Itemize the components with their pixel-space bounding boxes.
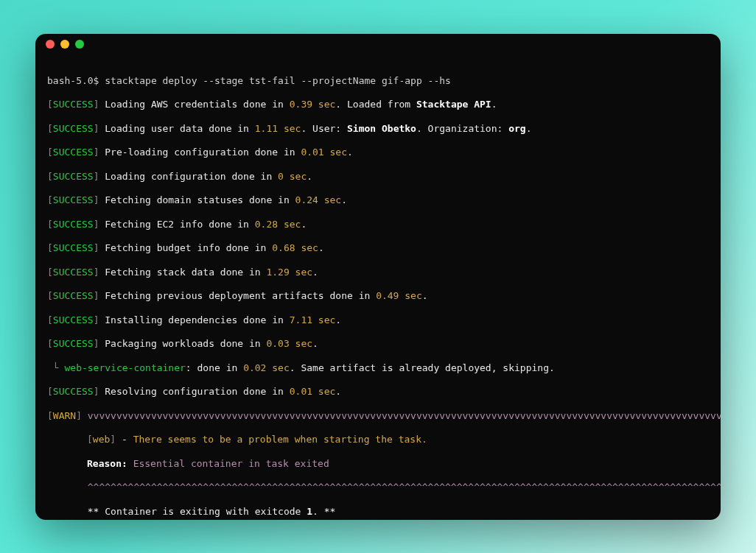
prompt: bash-5.0$ <box>47 75 105 86</box>
status-success: SUCCESS <box>53 219 94 230</box>
log-line: [SUCCESS] Resolving configuration done i… <box>47 386 709 398</box>
command: stacktape deploy --stage tst-fail --proj… <box>105 75 451 86</box>
status-success: SUCCESS <box>53 267 94 278</box>
log-line: [SUCCESS] Fetching budget info done in 0… <box>47 242 709 254</box>
status-success: SUCCESS <box>53 171 94 182</box>
log-line: [SUCCESS] Loading configuration done in … <box>47 171 709 183</box>
status-warn: WARN <box>53 410 76 421</box>
exit-line: ** Container is exiting with exitcode 1.… <box>47 506 709 518</box>
sub-line: └ web-service-container: done in 0.02 se… <box>47 362 709 374</box>
warn-line: [WARN] vvvvvvvvvvvvvvvvvvvvvvvvvvvvvvvvv… <box>47 410 709 422</box>
terminal-window: bash-5.0$ stacktape deploy --stage tst-f… <box>35 34 721 520</box>
status-success: SUCCESS <box>53 338 94 349</box>
log-line: [SUCCESS] Pre-loading configuration done… <box>47 147 709 158</box>
status-success: SUCCESS <box>53 147 94 158</box>
maximize-icon[interactable] <box>75 40 84 49</box>
status-success: SUCCESS <box>53 99 94 110</box>
prompt-line: bash-5.0$ stacktape deploy --stage tst-f… <box>47 75 709 87</box>
terminal-content: bash-5.0$ stacktape deploy --stage tst-f… <box>35 54 721 520</box>
log-line: [SUCCESS] Loading user data done in 1.11… <box>47 123 709 135</box>
status-success: SUCCESS <box>53 386 94 397</box>
titlebar <box>35 34 721 54</box>
status-success: SUCCESS <box>53 242 94 253</box>
warn-msg-line: [web] - There seems to be a problem when… <box>47 434 709 445</box>
log-line: [SUCCESS] Loading AWS credentials done i… <box>47 99 709 110</box>
warn-end-line: ^^^^^^^^^^^^^^^^^^^^^^^^^^^^^^^^^^^^^^^^… <box>47 482 709 493</box>
log-line: [SUCCESS] Packaging workloads done in 0.… <box>47 338 709 350</box>
log-line: [SUCCESS] Fetching previous deployment a… <box>47 290 709 302</box>
log-line: [SUCCESS] Installing dependencies done i… <box>47 314 709 326</box>
status-success: SUCCESS <box>53 123 94 134</box>
reason-line: Reason: Essential container in task exit… <box>47 458 709 470</box>
status-success: SUCCESS <box>53 314 94 325</box>
close-icon[interactable] <box>46 40 55 49</box>
log-line: [SUCCESS] Fetching domain statuses done … <box>47 194 709 206</box>
minimize-icon[interactable] <box>60 40 69 49</box>
status-success: SUCCESS <box>53 194 94 205</box>
log-line: [SUCCESS] Fetching stack data done in 1.… <box>47 267 709 278</box>
log-line: [SUCCESS] Fetching EC2 info done in 0.28… <box>47 219 709 230</box>
status-success: SUCCESS <box>53 290 94 301</box>
